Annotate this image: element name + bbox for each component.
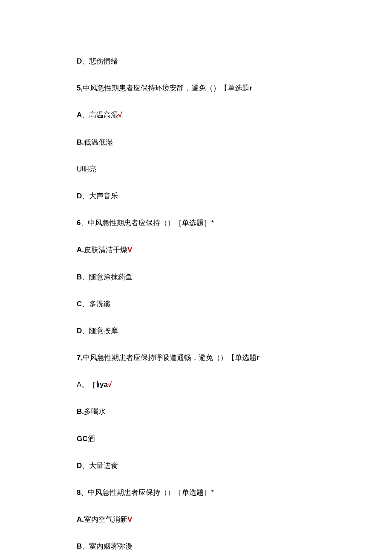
line-separator: 、 bbox=[82, 300, 89, 308]
text-line: 5,中风急性期患者应保持环境安静，避免（）【单选题r bbox=[77, 82, 315, 94]
check-mark: V bbox=[127, 246, 132, 254]
document-content: D、悲伤情绪5,中风急性期患者应保持环境安静，避免（）【单选题rA、高温高湿√B… bbox=[77, 55, 315, 552]
line-text: 多洗谶 bbox=[89, 300, 111, 308]
line-separator: 、 bbox=[81, 219, 88, 227]
line-text: 随意按摩 bbox=[89, 327, 118, 335]
line-text: 随意涂抹药鱼 bbox=[89, 273, 133, 281]
text-line: D、悲伤情绪 bbox=[77, 55, 315, 67]
line-separator: 、 bbox=[81, 488, 88, 497]
line-text: 皮肤清洁干燥 bbox=[84, 246, 127, 254]
line-prefix: 5, bbox=[77, 84, 83, 92]
text-line: D、大声音乐 bbox=[77, 190, 315, 202]
line-separator: 、 bbox=[82, 57, 89, 65]
line-prefix: A. bbox=[77, 246, 84, 254]
text-line: A.皮肤清洁干燥V bbox=[77, 244, 315, 256]
text-line: B、随意涂抹药鱼 bbox=[77, 271, 315, 283]
line-text: 室内空气消新 bbox=[84, 515, 127, 523]
line-prefix: B bbox=[77, 542, 82, 550]
line-separator: 、 bbox=[82, 542, 89, 550]
line-prefix: D bbox=[77, 192, 82, 200]
check-mark: √ bbox=[118, 111, 122, 119]
text-line: D、随意按摩 bbox=[77, 325, 315, 337]
check-mark: √ bbox=[108, 381, 112, 389]
line-prefix: U bbox=[77, 165, 82, 173]
line-text: 酒 bbox=[88, 435, 95, 443]
text-line: B、室内姻雾弥漫 bbox=[77, 540, 315, 552]
line-suffix: r bbox=[257, 354, 259, 362]
line-prefix: D bbox=[77, 462, 82, 470]
line-prefix: 7, bbox=[77, 354, 83, 362]
line-text: ［∣ιya bbox=[89, 381, 108, 389]
line-text: 室内姻雾弥漫 bbox=[89, 542, 133, 550]
line-suffix: r bbox=[249, 84, 252, 92]
line-text: 高温高湿 bbox=[89, 111, 118, 119]
text-line: A、高温高湿√ bbox=[77, 109, 315, 121]
line-text: 中风急性期患者应保持环境安静，避免（）【单选题 bbox=[83, 84, 249, 92]
line-text: 中风急性期患者应保持（）［单选题］* bbox=[88, 488, 214, 497]
line-text: 多喝水 bbox=[84, 407, 106, 416]
line-separator: 、 bbox=[82, 327, 89, 335]
text-line: D、大量进食 bbox=[77, 460, 315, 471]
line-prefix: D bbox=[77, 327, 82, 335]
text-line: 8、中风急性期患者应保持（）［单选题］* bbox=[77, 487, 315, 498]
line-prefix: A bbox=[77, 381, 81, 389]
text-line: GC酒 bbox=[77, 433, 315, 445]
line-prefix: B. bbox=[77, 138, 84, 146]
line-separator: 、 bbox=[82, 111, 89, 119]
text-line: U明亮 bbox=[77, 163, 315, 175]
line-prefix: D bbox=[77, 57, 82, 65]
text-line: 7,中风急性期患者应保持呼吸道通畅，避免（）【单选题r bbox=[77, 352, 315, 363]
line-text: 大声音乐 bbox=[89, 192, 118, 200]
text-line: A、［∣ιya√ bbox=[77, 379, 315, 390]
line-separator: 、 bbox=[82, 192, 89, 200]
check-mark: V bbox=[127, 515, 132, 523]
line-text: 低温低湿 bbox=[84, 138, 113, 146]
line-prefix: A bbox=[77, 111, 82, 119]
text-line: A.室内空气消新V bbox=[77, 514, 315, 525]
line-separator: 、 bbox=[82, 462, 89, 470]
line-prefix: B bbox=[77, 273, 82, 281]
line-text: 大量进食 bbox=[89, 462, 118, 470]
line-text: 中风急性期患者应保持呼吸道通畅，避免（）【单选题 bbox=[83, 354, 257, 362]
line-separator: 、 bbox=[82, 273, 89, 281]
line-text: 悲伤情绪 bbox=[89, 57, 118, 65]
text-line: B.多喝水 bbox=[77, 406, 315, 417]
line-prefix: GC bbox=[77, 435, 88, 443]
text-line: 6、中风急性期忠者应保持（）［单选题］* bbox=[77, 217, 315, 229]
line-prefix: A. bbox=[77, 515, 84, 523]
text-line: C、多洗谶 bbox=[77, 298, 315, 310]
text-line: B.低温低湿 bbox=[77, 137, 315, 148]
line-prefix: C bbox=[77, 300, 82, 308]
line-prefix: B. bbox=[77, 407, 84, 416]
line-separator: 、 bbox=[81, 381, 89, 389]
line-text: 中风急性期忠者应保持（）［单选题］* bbox=[88, 219, 214, 227]
line-text: 明亮 bbox=[82, 165, 96, 173]
